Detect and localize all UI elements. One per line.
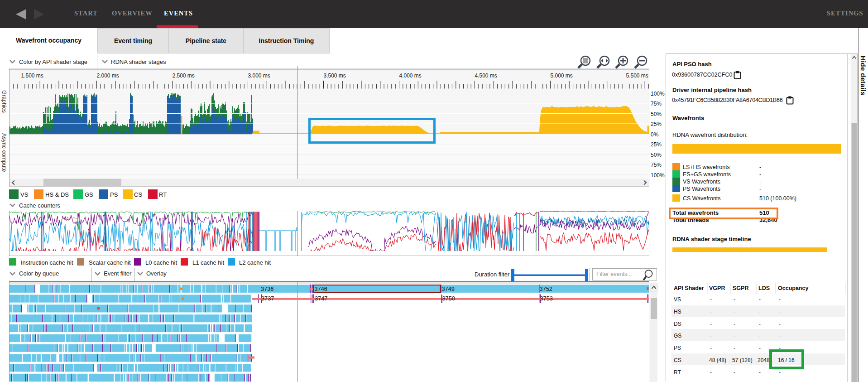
svg-text:-: - bbox=[779, 309, 781, 315]
svg-text:-: - bbox=[734, 309, 735, 315]
svg-text:HS: HS bbox=[674, 309, 681, 315]
svg-text:-: - bbox=[759, 171, 761, 178]
svg-text:VS: VS bbox=[674, 296, 681, 303]
svg-text:-: - bbox=[759, 164, 761, 170]
svg-text:PS: PS bbox=[674, 345, 681, 351]
svg-text:LS+HS wavefronts: LS+HS wavefronts bbox=[683, 164, 730, 170]
svg-text:-: - bbox=[710, 333, 712, 339]
svg-text:-: - bbox=[759, 179, 761, 185]
svg-text:510 (100.00%): 510 (100.00%) bbox=[759, 195, 796, 202]
svg-text:3736: 3736 bbox=[261, 285, 273, 292]
svg-text:-: - bbox=[710, 296, 712, 303]
svg-text:3737: 3737 bbox=[261, 295, 274, 302]
svg-text:3746: 3746 bbox=[315, 285, 327, 292]
svg-text:ES+GS wavefronts: ES+GS wavefronts bbox=[683, 171, 731, 178]
svg-text:LDS: LDS bbox=[758, 285, 770, 291]
svg-text:3749: 3749 bbox=[442, 285, 455, 292]
svg-text:DS: DS bbox=[674, 321, 681, 327]
svg-text:CS: CS bbox=[674, 357, 681, 363]
svg-text:PS Wavefronts: PS Wavefronts bbox=[683, 186, 720, 192]
svg-text:VGPR: VGPR bbox=[709, 285, 725, 291]
svg-text:-: - bbox=[734, 369, 735, 376]
svg-text:Scalar cache hit: Scalar cache hit bbox=[89, 259, 131, 266]
svg-text:CS Wavefronts: CS Wavefronts bbox=[683, 195, 721, 202]
svg-text:-: - bbox=[759, 186, 761, 192]
svg-text:-: - bbox=[759, 296, 761, 303]
svg-text:-: - bbox=[710, 309, 712, 315]
svg-text:-: - bbox=[759, 345, 761, 351]
svg-text:-: - bbox=[759, 321, 761, 327]
svg-text:-: - bbox=[779, 296, 781, 303]
svg-text:RT: RT bbox=[674, 369, 681, 376]
svg-text:-: - bbox=[710, 345, 712, 351]
svg-text:-: - bbox=[734, 296, 735, 303]
svg-text:2048: 2048 bbox=[758, 357, 770, 363]
svg-text:3753: 3753 bbox=[540, 295, 553, 302]
svg-text:48 (48): 48 (48) bbox=[709, 357, 726, 363]
svg-text:-: - bbox=[759, 309, 761, 315]
svg-text:-: - bbox=[710, 321, 712, 327]
svg-text:57 (128): 57 (128) bbox=[732, 357, 753, 363]
svg-text:3750: 3750 bbox=[442, 295, 455, 302]
svg-text:L2 cache hit: L2 cache hit bbox=[239, 259, 271, 266]
svg-text:-: - bbox=[734, 333, 735, 339]
svg-text:GS: GS bbox=[674, 333, 681, 339]
svg-text:-: - bbox=[759, 333, 761, 339]
svg-text:-: - bbox=[710, 369, 712, 376]
svg-text:-: - bbox=[779, 369, 781, 376]
svg-text:API Shader: API Shader bbox=[674, 285, 704, 291]
svg-text:3752: 3752 bbox=[540, 285, 552, 292]
svg-text:L0 cache hit: L0 cache hit bbox=[145, 259, 177, 266]
svg-text:-: - bbox=[734, 321, 735, 327]
svg-text:-: - bbox=[779, 321, 781, 327]
svg-text:SGPR: SGPR bbox=[733, 285, 748, 291]
svg-text:-: - bbox=[759, 369, 761, 376]
svg-text:-: - bbox=[779, 333, 781, 339]
svg-text:3747: 3747 bbox=[315, 295, 327, 302]
svg-text:Occupancy: Occupancy bbox=[778, 285, 808, 291]
svg-text:Instruction cache hit: Instruction cache hit bbox=[21, 259, 73, 266]
svg-text:L1 cache hit: L1 cache hit bbox=[192, 259, 224, 266]
svg-text:VS Wavefronts: VS Wavefronts bbox=[683, 179, 720, 185]
svg-text:-: - bbox=[734, 345, 735, 351]
